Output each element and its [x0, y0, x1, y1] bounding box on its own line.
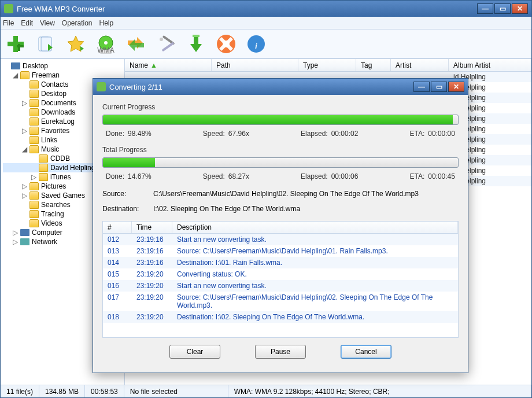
log-row[interactable]: 01323:19:16Source: C:\Users\Freeman\Musi…	[103, 245, 458, 257]
convert-button[interactable]	[124, 32, 147, 56]
total-progress-label: Total Progress	[102, 146, 459, 154]
current-progress-label: Current Progress	[102, 103, 459, 111]
current-stats: Done:98.48% Speed:67.96x Elapsed:00:00:0…	[102, 128, 459, 143]
svg-rect-9	[194, 36, 198, 44]
settings-button[interactable]	[154, 32, 178, 56]
status-format: WMA: WMA 9.2 128kbps; 44100 Hz; Stereo; …	[228, 385, 531, 397]
col-album-artist[interactable]: Album Artist	[449, 59, 531, 71]
dialog-close-button[interactable]: ✕	[448, 82, 464, 92]
total-stats: Done:14.67% Speed:68.27x Elapsed:00:00:0…	[102, 171, 459, 186]
download-button[interactable]	[184, 32, 208, 56]
output-format-button[interactable]: WMA	[94, 32, 117, 56]
menubar: File Edit View Operation Help	[1, 17, 531, 30]
menu-view[interactable]: View	[40, 19, 55, 27]
svg-rect-7	[161, 42, 174, 51]
menu-operation[interactable]: Operation	[62, 19, 93, 27]
menu-help[interactable]: Help	[99, 19, 114, 27]
status-selection: No file selected	[124, 385, 228, 397]
svg-point-3	[104, 41, 108, 45]
dialog-maximize-button[interactable]: ▭	[431, 82, 447, 92]
statusbar: 11 file(s) 134.85 MB 00:58:53 No file se…	[1, 385, 531, 397]
col-name[interactable]: Name ▲	[125, 59, 212, 71]
app-icon	[4, 4, 13, 13]
main-titlebar[interactable]: Free WMA MP3 Converter — ▭ ✕	[1, 1, 531, 17]
menu-file[interactable]: File	[3, 19, 14, 27]
add-files-button[interactable]	[4, 32, 27, 56]
log-row[interactable]: 01423:19:16Destination: I:\01. Rain Fall…	[103, 257, 458, 268]
log-row[interactable]: 01623:19:20Start an new converting task.	[103, 280, 458, 292]
app-title: Free WMA MP3 Converter	[17, 5, 477, 13]
converting-dialog: Converting 2/11 — ▭ ✕ Current Progress D…	[93, 78, 468, 373]
help-button[interactable]	[215, 32, 238, 56]
col-artist[interactable]: Artist	[391, 59, 449, 71]
dialog-title: Converting 2/11	[109, 83, 413, 91]
list-header[interactable]: Name ▲ Path Type Tag Artist Album Artist	[125, 59, 531, 72]
log-row[interactable]: 01523:19:20Converting status: OK.	[103, 268, 458, 280]
menu-edit[interactable]: Edit	[21, 19, 33, 27]
maximize-button[interactable]: ▭	[494, 3, 511, 14]
dialog-titlebar[interactable]: Converting 2/11 — ▭ ✕	[93, 79, 468, 95]
log-row[interactable]: 01823:19:20Destination: I:\02. Sleeping …	[103, 311, 458, 323]
about-button[interactable]: i	[245, 32, 268, 56]
svg-text:WMA: WMA	[97, 46, 114, 54]
svg-rect-10	[193, 35, 200, 37]
pause-button[interactable]: Pause	[255, 345, 306, 359]
close-button[interactable]: ✕	[512, 3, 528, 14]
clear-button[interactable]: Clear	[169, 345, 220, 359]
log-row[interactable]: 01723:19:20Source: C:\Users\Freeman\Musi…	[103, 292, 458, 311]
col-type[interactable]: Type	[298, 59, 356, 71]
sort-arrow-icon: ▲	[150, 61, 157, 69]
total-progressbar	[102, 157, 459, 168]
source-line: Source:C:\Users\Freeman\Music\David Help…	[102, 190, 459, 198]
favorites-button[interactable]	[64, 32, 87, 56]
add-folder-button[interactable]	[34, 32, 57, 56]
status-size: 134.85 MB	[39, 385, 85, 397]
status-files: 11 file(s)	[1, 385, 39, 397]
dialog-minimize-button[interactable]: —	[413, 82, 430, 92]
status-duration: 00:58:53	[85, 385, 124, 397]
log-row[interactable]: 01223:19:16Start an new converting task.	[103, 234, 458, 245]
col-path[interactable]: Path	[212, 59, 298, 71]
minimize-button[interactable]: —	[477, 3, 493, 14]
col-tag[interactable]: Tag	[356, 59, 391, 71]
log-table[interactable]: # Time Description 01223:19:16Start an n…	[102, 221, 459, 338]
toolbar: WMA i	[1, 30, 531, 58]
tree-desktop[interactable]: Desktop	[3, 61, 122, 71]
log-header[interactable]: # Time Description	[103, 222, 458, 234]
dialog-icon	[97, 82, 106, 91]
current-progressbar	[102, 115, 459, 125]
cancel-button[interactable]: Cancel	[341, 345, 391, 359]
dest-line: Destination:I:\02. Sleeping On The Edge …	[102, 205, 459, 213]
svg-point-8	[160, 38, 163, 41]
